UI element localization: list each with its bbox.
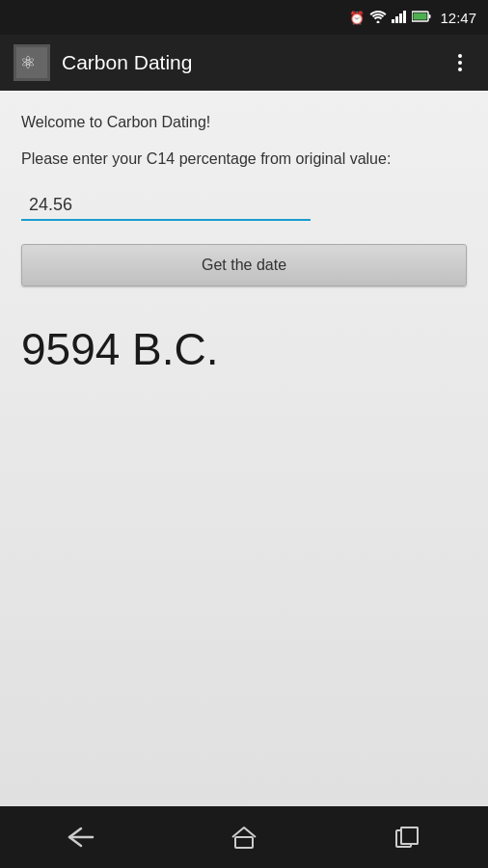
status-time: 12:47 [440, 10, 476, 26]
back-button[interactable] [42, 806, 120, 868]
svg-rect-13 [401, 827, 418, 844]
svg-rect-2 [395, 16, 398, 23]
welcome-text: Welcome to Carbon Dating! [21, 114, 467, 131]
svg-rect-1 [392, 19, 394, 23]
menu-dot-2 [458, 61, 462, 65]
wifi-icon [369, 10, 387, 26]
battery-icon [412, 11, 431, 25]
overflow-menu-button[interactable] [446, 48, 474, 77]
recents-button[interactable] [368, 806, 446, 868]
svg-rect-3 [399, 14, 402, 23]
svg-rect-7 [414, 13, 427, 19]
status-icons: ⏰ 12:47 [349, 10, 476, 26]
signal-icon [392, 10, 407, 26]
app-title: Carbon Dating [62, 51, 446, 74]
svg-point-0 [377, 20, 380, 23]
menu-dot-1 [458, 54, 462, 58]
get-date-button[interactable]: Get the date [21, 244, 467, 286]
svg-rect-11 [235, 837, 253, 848]
app-icon: ⚛ [14, 44, 50, 81]
result-text: 9594 B.C. [21, 323, 467, 375]
nav-bar [0, 806, 488, 868]
menu-dot-3 [458, 68, 462, 71]
percentage-input[interactable] [21, 191, 311, 221]
status-bar: ⏰ 12:47 [0, 0, 488, 35]
main-content: Welcome to Carbon Dating! Please enter y… [0, 91, 488, 806]
svg-text:⚛: ⚛ [20, 53, 36, 72]
alarm-icon: ⏰ [349, 11, 365, 25]
app-bar: ⚛ Carbon Dating [0, 35, 488, 91]
svg-rect-4 [403, 11, 406, 23]
input-container [21, 191, 467, 221]
svg-rect-6 [429, 14, 431, 18]
home-button[interactable] [205, 806, 283, 868]
instruction-text: Please enter your C14 percentage from or… [21, 149, 467, 170]
